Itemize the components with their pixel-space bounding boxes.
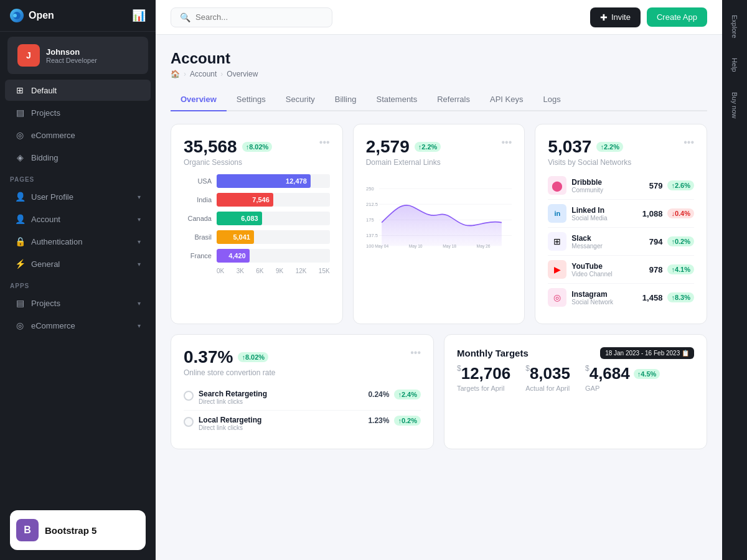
- sidebar-item-authentication[interactable]: 🔒 Authentication ▾: [5, 231, 151, 252]
- country-label: Brasil: [184, 233, 212, 241]
- sidebar-item-ecommerce-app[interactable]: ◎ eCommerce ▾: [5, 315, 151, 336]
- bar-fill: 12,478: [217, 174, 311, 188]
- cart-icon: ◎: [15, 320, 25, 330]
- svg-point-1: [13, 14, 17, 17]
- right-panel: Explore Help Buy now: [722, 0, 747, 560]
- main-content: 🔍 ✚ Invite Create App Account 🏠 › Accoun…: [156, 0, 722, 560]
- sidebar-item-label: Account: [31, 215, 60, 224]
- conversion-icon: [184, 391, 194, 401]
- date-range-badge: 18 Jan 2023 - 16 Feb 2023 📋: [600, 347, 694, 359]
- logo-icon: [10, 9, 24, 22]
- search-bar[interactable]: 🔍: [171, 7, 332, 27]
- tab-security[interactable]: Security: [276, 88, 325, 111]
- country-label: Canada: [184, 215, 212, 222]
- svg-text:May 26: May 26: [476, 244, 490, 249]
- folder-icon: ▤: [15, 298, 25, 308]
- chevron-down-icon: ▾: [138, 216, 141, 223]
- tab-api-keys[interactable]: API Keys: [480, 88, 533, 111]
- bar-fill: 4,420: [217, 249, 250, 263]
- buy-now-label[interactable]: Buy now: [728, 87, 741, 123]
- user-icon: 👤: [15, 192, 25, 202]
- tab-settings[interactable]: Settings: [227, 88, 276, 111]
- breadcrumb: 🏠 › Account › Overview: [171, 70, 707, 78]
- sidebar-item-account[interactable]: 👤 Account ▾: [5, 208, 151, 230]
- sidebar-item-projects[interactable]: ▤ Projects: [5, 102, 151, 123]
- tabs: Overview Settings Security Billing State…: [171, 88, 707, 111]
- svg-text:May 10: May 10: [408, 244, 422, 249]
- home-icon: 🏠: [171, 70, 180, 78]
- line-chart: 250 212.5 175 137.5 100 May 04: [366, 174, 512, 255]
- card-menu-dots[interactable]: •••: [410, 347, 421, 358]
- bootstrap-label: Bootstrap 5: [45, 525, 96, 536]
- social-visits-card: 5,037 ↑2.2% Visits by Social Networks ••…: [535, 124, 707, 324]
- svg-text:137.5: 137.5: [366, 233, 378, 238]
- social-row-instagram: ◎ InstagramSocial Network 1,458 ↑8.3%: [548, 284, 694, 311]
- card-menu-dots[interactable]: •••: [684, 137, 694, 148]
- metrics-grid: 35,568 ↑8.02% Organic Sessions ••• USA 1…: [171, 124, 707, 324]
- tab-referrals[interactable]: Referrals: [427, 88, 480, 111]
- organic-sessions-badge: ↑8.02%: [242, 142, 273, 152]
- sidebar-item-label: Projects: [31, 108, 60, 118]
- lightning-icon: ⚡: [15, 259, 25, 269]
- app-name: Open: [29, 10, 54, 21]
- sidebar-item-general[interactable]: ⚡ General ▾: [5, 253, 151, 274]
- user-card[interactable]: J Johnson React Developer: [7, 37, 148, 74]
- youtube-icon: ▶: [548, 260, 566, 279]
- help-label[interactable]: Help: [728, 53, 741, 77]
- app-logo: Open: [10, 9, 54, 22]
- bar-fill: 7,546: [217, 193, 273, 207]
- conversion-value: 0.37%: [184, 347, 233, 367]
- sidebar-item-bidding[interactable]: ◈ Bidding: [5, 147, 151, 168]
- topbar: 🔍 ✚ Invite Create App: [156, 0, 722, 35]
- domain-links-label: Domain External Links: [366, 158, 441, 167]
- tab-billing[interactable]: Billing: [325, 88, 367, 111]
- create-app-button[interactable]: Create App: [647, 7, 707, 27]
- invite-button[interactable]: ✚ Invite: [590, 7, 641, 27]
- country-label: India: [184, 196, 212, 203]
- sidebar-item-label: General: [31, 259, 60, 269]
- tab-logs[interactable]: Logs: [533, 88, 570, 111]
- domain-links-value: 2,579: [366, 137, 410, 157]
- conversion-card: 0.37% ↑8.02% Online store convertion rat…: [171, 334, 434, 449]
- cart-icon: ◎: [15, 130, 25, 140]
- user-info: Johnson React Developer: [46, 47, 97, 64]
- explore-label[interactable]: Explore: [728, 10, 741, 43]
- organic-sessions-value: 35,568: [184, 137, 237, 157]
- sidebar-item-label: Authentication: [31, 237, 82, 246]
- user-name: Johnson: [46, 47, 97, 57]
- card-menu-dots[interactable]: •••: [319, 137, 330, 148]
- conversion-item: Local Retargeting Direct link clicks 1.2…: [184, 411, 421, 436]
- page-header: Account 🏠 › Account › Overview: [171, 50, 707, 78]
- tab-overview[interactable]: Overview: [171, 88, 227, 111]
- page-title: Account: [171, 50, 707, 67]
- chevron-down-icon: ▾: [138, 322, 141, 329]
- country-label: USA: [184, 177, 212, 185]
- search-input[interactable]: [195, 12, 323, 22]
- targets-values: $12,706 Targets for April $8,035 Actual …: [457, 364, 694, 392]
- sidebar-item-projects-app[interactable]: ▤ Projects ▾: [5, 292, 151, 314]
- page-content: Account 🏠 › Account › Overview Overview …: [156, 35, 722, 560]
- social-visits-badge: ↑2.2%: [596, 142, 623, 152]
- bar-fill: 6,083: [217, 212, 262, 225]
- chevron-down-icon: ▾: [138, 238, 141, 245]
- sidebar-item-user-profile[interactable]: 👤 User Profile ▾: [5, 186, 151, 207]
- sidebar-chart-icon[interactable]: 📊: [132, 9, 146, 22]
- social-row-dribbble: ⬤ DribbbleCommunity 579 ↑2.6%: [548, 172, 694, 200]
- sidebar: Open 📊 J Johnson React Developer ⊞ Defau…: [0, 0, 156, 560]
- social-visits-value: 5,037: [548, 137, 591, 157]
- instagram-icon: ◎: [548, 288, 566, 307]
- svg-text:May 04: May 04: [375, 244, 388, 249]
- svg-text:250: 250: [366, 186, 374, 192]
- sidebar-item-label: User Profile: [31, 192, 73, 202]
- tab-statements[interactable]: Statements: [366, 88, 427, 111]
- sidebar-item-default[interactable]: ⊞ Default: [5, 80, 151, 101]
- avatar: J: [17, 44, 40, 67]
- chevron-down-icon: ▾: [138, 300, 141, 307]
- topbar-actions: ✚ Invite Create App: [590, 7, 707, 27]
- chevron-down-icon: ▾: [138, 194, 141, 200]
- sidebar-item-ecommerce[interactable]: ◎ eCommerce: [5, 124, 151, 146]
- card-menu-dots[interactable]: •••: [502, 137, 512, 148]
- lock-icon: 🔒: [15, 236, 25, 246]
- plus-icon: ✚: [600, 12, 608, 22]
- svg-text:212.5: 212.5: [366, 202, 378, 207]
